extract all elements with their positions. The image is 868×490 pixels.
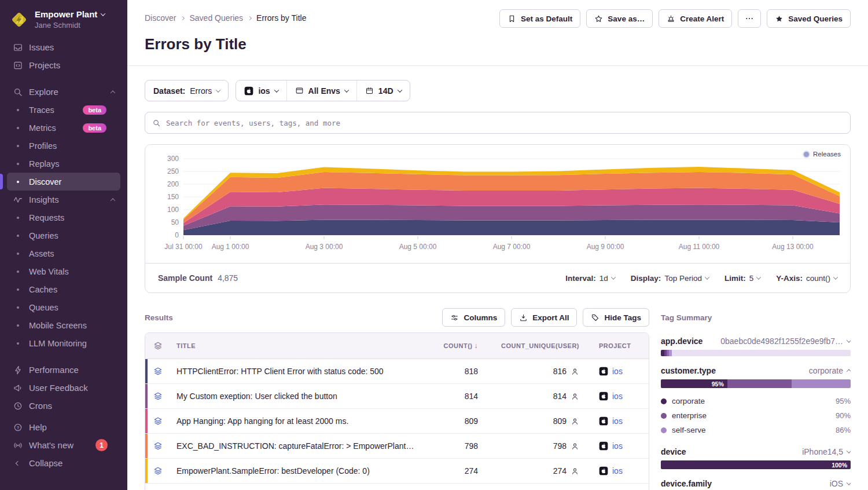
column-header-title[interactable]: TITLE <box>171 342 420 349</box>
project-link[interactable]: ios <box>612 466 623 476</box>
breadcrumb-saved-queries[interactable]: Saved Queries <box>189 13 243 23</box>
tag-value-toggle[interactable]: 0baebc0de4982f1255f2e9e9fb7… <box>720 337 851 346</box>
row-accent <box>145 384 148 408</box>
filter-bar: Dataset: Errors ios All Envs 14D <box>145 80 851 101</box>
set-as-default-button[interactable]: Set as Default <box>499 9 580 28</box>
tag-legend-item[interactable]: self-serve 86% <box>661 423 851 437</box>
chevron-up-icon[interactable] <box>111 198 115 203</box>
tag-icon <box>591 313 599 322</box>
sidebar-item-llm-monitoring[interactable]: LLM Monitoring <box>7 334 120 352</box>
column-header-project[interactable]: PROJECT <box>585 342 649 349</box>
svg-text:Aug 7 00:00: Aug 7 00:00 <box>493 243 531 251</box>
interval-selector[interactable]: Interval: 1d <box>565 274 615 283</box>
search-input[interactable] <box>166 119 843 127</box>
sidebar-item-requests[interactable]: Requests <box>7 209 120 226</box>
columns-button[interactable]: Columns <box>442 308 505 327</box>
search-icon <box>152 119 161 127</box>
display-selector[interactable]: Display: Top Period <box>631 274 709 283</box>
beta-badge: beta <box>83 123 106 133</box>
more-options-button[interactable] <box>738 9 761 28</box>
sidebar-item-issues[interactable]: Issues <box>7 38 120 56</box>
sidebar-item-help[interactable]: ? Help <box>7 418 120 436</box>
tag-value-toggle[interactable]: iOS <box>830 479 851 488</box>
project-link[interactable]: ios <box>612 441 623 451</box>
sidebar-item-mobile-screens[interactable]: Mobile Screens <box>7 316 120 334</box>
ellipsis-icon <box>745 14 754 23</box>
stack-icon[interactable] <box>145 392 171 401</box>
sidebar-item-queries[interactable]: Queries <box>7 226 120 244</box>
sidebar-item-insights[interactable]: Insights <box>7 191 120 209</box>
dataset-selector[interactable]: Dataset: Errors <box>145 80 229 101</box>
table-row[interactable]: EmpowerPlant.SampleError: bestDeveloper … <box>145 459 649 484</box>
table-row[interactable]: My Custom exeption: User clicked the but… <box>145 384 649 409</box>
sidebar-item-whats-new[interactable]: What's new 1 <box>7 436 120 454</box>
date-range-selector[interactable]: 14D <box>356 81 410 101</box>
sidebar-item-metrics[interactable]: Metrics beta <box>7 119 120 137</box>
row-title-link[interactable]: HTTPClientError: HTTP Client Error with … <box>171 367 420 376</box>
table-row[interactable]: App Hanging: App hanging for at least 20… <box>145 409 649 434</box>
yaxis-selector[interactable]: Y-Axis: count() <box>776 274 837 283</box>
sidebar-item-web-vitals[interactable]: Web Vitals <box>7 262 120 280</box>
row-title-link[interactable]: EmpowerPlant.SampleError: bestDeveloper … <box>171 466 420 476</box>
table-row[interactable]: EXC_BAD_INSTRUCTION: captureFatalError: … <box>145 434 649 459</box>
sidebar: Empower Plant Jane Schmidt Issues Projec… <box>0 0 127 490</box>
search-bar <box>145 112 851 134</box>
svg-text:Aug 3 00:00: Aug 3 00:00 <box>306 243 343 251</box>
stack-icon[interactable] <box>145 466 171 476</box>
sidebar-item-explore[interactable]: Explore <box>7 83 120 101</box>
sidebar-item-performance[interactable]: Performance <box>7 361 120 379</box>
sidebar-item-discover[interactable]: Discover <box>7 173 120 191</box>
chart-legend[interactable]: Releases <box>804 151 841 158</box>
export-all-button[interactable]: Export All <box>511 308 577 327</box>
row-title-link[interactable]: EXC_BAD_INSTRUCTION: captureFatalError: … <box>171 441 420 451</box>
sidebar-item-traces[interactable]: Traces beta <box>7 101 120 119</box>
sidebar-item-crons[interactable]: Crons <box>7 397 120 415</box>
beta-badge: beta <box>83 105 106 115</box>
sidebar-item-projects[interactable]: Projects <box>7 56 120 74</box>
row-count: 274 <box>420 466 484 476</box>
sidebar-item-queues[interactable]: Queues <box>7 298 120 316</box>
tag-value-toggle[interactable]: iPhone14,5 <box>802 447 851 456</box>
sidebar-item-assets[interactable]: Assets <box>7 244 120 262</box>
tag-distribution-bar <box>661 350 851 356</box>
create-alert-button[interactable]: Create Alert <box>659 9 732 28</box>
stack-icon[interactable] <box>145 367 171 376</box>
apple-platform-icon <box>244 86 253 96</box>
sidebar-item-caches[interactable]: Caches <box>7 280 120 298</box>
project-link[interactable]: ios <box>612 416 623 426</box>
project-link[interactable]: ios <box>612 392 623 401</box>
tag-legend-item[interactable]: enterprise 90% <box>661 408 851 423</box>
table-row[interactable]: HTTPClientError: HTTP Client Error with … <box>145 359 649 384</box>
row-title-link[interactable]: My Custom exeption: User clicked the but… <box>171 392 420 401</box>
stack-icon[interactable] <box>145 441 171 451</box>
column-header-count[interactable]: COUNT()↓ <box>420 342 484 350</box>
limit-selector[interactable]: Limit: 5 <box>724 274 760 283</box>
table-row[interactable]: EmpowerPlant.SampleError: happyCustomer … <box>145 484 649 490</box>
tag-summary-heading: Tag Summary <box>661 313 712 322</box>
breadcrumb-discover[interactable]: Discover <box>145 13 176 23</box>
tag-value-toggle[interactable]: corporate <box>809 366 851 375</box>
bookmark-icon <box>507 14 516 23</box>
row-count-unique: 809 <box>553 416 567 426</box>
save-as-button[interactable]: Save as… <box>586 9 653 28</box>
org-switcher[interactable]: Empower Plant Jane Schmidt <box>7 8 120 38</box>
row-title-link[interactable]: App Hanging: App hanging for at least 20… <box>171 416 420 426</box>
sidebar-item-profiles[interactable]: Profiles <box>7 137 120 155</box>
tag-legend-item[interactable]: corporate 95% <box>661 394 851 408</box>
saved-queries-button[interactable]: Saved Queries <box>767 9 851 28</box>
org-name: Empower Plant <box>35 9 97 20</box>
hide-tags-button[interactable]: Hide Tags <box>583 308 649 327</box>
column-header-count-unique[interactable]: COUNT_UNIQUE(USER) <box>484 342 585 349</box>
environment-selector[interactable]: All Envs <box>286 81 356 101</box>
project-link[interactable]: ios <box>612 367 623 376</box>
tag-section-device: device iPhone14,5 100% <box>661 447 851 469</box>
user-icon <box>571 392 579 401</box>
tag-name: device <box>661 447 686 456</box>
sidebar-item-user-feedback[interactable]: User Feedback <box>7 379 120 397</box>
stack-icon[interactable] <box>145 416 171 426</box>
svg-text:Jul 31 00:00: Jul 31 00:00 <box>164 243 203 251</box>
sidebar-collapse-button[interactable]: Collapse <box>7 454 120 472</box>
sidebar-item-replays[interactable]: Replays <box>7 155 120 173</box>
chevron-up-icon[interactable] <box>111 90 115 95</box>
project-selector[interactable]: ios <box>236 81 286 101</box>
